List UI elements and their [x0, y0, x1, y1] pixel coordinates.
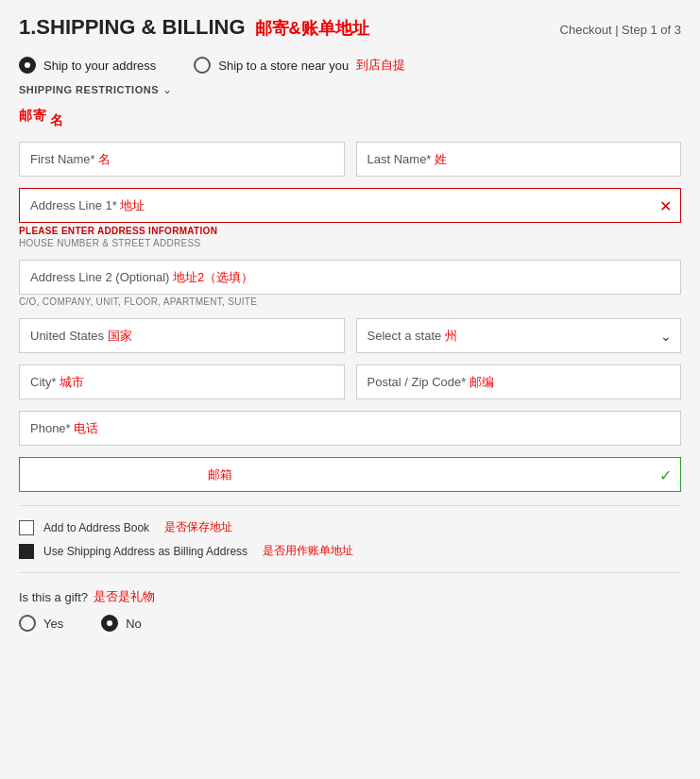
- section-sub-cn: 名: [50, 112, 63, 129]
- address-book-checkbox[interactable]: [19, 520, 34, 535]
- last-name-input[interactable]: [356, 142, 682, 177]
- name-row: First Name* 名 Last Name* 姓: [19, 142, 681, 177]
- zip-input[interactable]: [356, 364, 682, 399]
- yes-no-row: Yes No: [19, 615, 681, 632]
- phone-field: Phone* 电话: [19, 411, 681, 446]
- ship-to-store-radio[interactable]: [194, 57, 211, 74]
- email-field: 邮箱 ✓: [19, 457, 681, 492]
- ship-to-store-option[interactable]: Ship to a store near you 到店自提: [194, 57, 405, 74]
- billing-address-label-en: Use Shipping Address as Billing Address: [43, 545, 248, 558]
- first-name-input[interactable]: [19, 142, 345, 177]
- divider1: [19, 505, 681, 506]
- address2-field: Address Line 2 (Optional) 地址2（选填） C/O, C…: [19, 260, 681, 307]
- state-field: Select a state 州 ⌄: [356, 318, 682, 353]
- shipping-restrictions-label: SHIPPING RESTRICTIONS: [19, 84, 159, 95]
- ship-to-address-radio[interactable]: [19, 57, 36, 74]
- address1-input[interactable]: [19, 188, 681, 223]
- gift-label-cn: 是否是礼物: [94, 588, 155, 605]
- address2-helper: C/O, COMPANY, UNIT, FLOOR, APARTMENT, SU…: [19, 296, 681, 307]
- phone-input[interactable]: [19, 411, 681, 446]
- email-input[interactable]: [19, 457, 681, 492]
- no-label: No: [126, 617, 142, 631]
- no-option[interactable]: No: [101, 615, 142, 632]
- yes-radio[interactable]: [19, 615, 36, 632]
- email-check-icon: ✓: [659, 466, 672, 483]
- address-book-row: Add to Address Book 是否保存地址: [19, 519, 681, 535]
- country-input[interactable]: [19, 318, 345, 353]
- title-group: 1.SHIPPING & BILLING 邮寄&账单地址: [19, 15, 369, 40]
- page-header: 1.SHIPPING & BILLING 邮寄&账单地址 Checkout | …: [19, 15, 681, 40]
- country-field: United States 国家: [19, 318, 345, 353]
- divider2: [19, 572, 681, 573]
- gift-label-en: Is this a gift?: [19, 590, 88, 604]
- first-name-field: First Name* 名: [19, 142, 345, 177]
- chevron-down-icon: ⌄: [162, 83, 172, 96]
- address1-row: Address Line 1* 地址 ✕ PLEASE ENTER ADDRES…: [19, 188, 681, 248]
- address1-field: Address Line 1* 地址 ✕ PLEASE ENTER ADDRES…: [19, 188, 681, 248]
- shipping-options: Ship to your address Ship to a store nea…: [19, 57, 681, 74]
- checkout-step: Checkout | Step 1 of 3: [560, 23, 681, 37]
- city-field: City* 城市: [19, 364, 345, 399]
- address2-input[interactable]: [19, 260, 681, 295]
- state-input[interactable]: [356, 318, 682, 353]
- address2-row: Address Line 2 (Optional) 地址2（选填） C/O, C…: [19, 260, 681, 307]
- address1-clear-icon[interactable]: ✕: [659, 196, 672, 214]
- no-radio[interactable]: [101, 615, 118, 632]
- address1-error1: PLEASE ENTER ADDRESS INFORMATION: [19, 226, 681, 236]
- ship-to-store-label-cn: 到店自提: [356, 57, 405, 74]
- address-book-label-en: Add to Address Book: [43, 521, 149, 534]
- address1-error2: HOUSE NUMBER & STREET ADDRESS: [19, 238, 681, 248]
- ship-to-address-option[interactable]: Ship to your address: [19, 57, 156, 74]
- city-zip-row: City* 城市 Postal / Zip Code* 邮编: [19, 364, 681, 399]
- billing-address-checkbox[interactable]: [19, 544, 34, 559]
- shipping-restrictions-toggle[interactable]: SHIPPING RESTRICTIONS ⌄: [19, 83, 681, 96]
- page-title-en: 1.SHIPPING & BILLING: [19, 15, 246, 40]
- yes-label: Yes: [43, 617, 63, 631]
- section-label-cn: 邮寄: [19, 108, 46, 125]
- yes-option[interactable]: Yes: [19, 615, 63, 632]
- phone-row: Phone* 电话: [19, 411, 681, 446]
- billing-address-row: Use Shipping Address as Billing Address …: [19, 543, 681, 559]
- email-row: 邮箱 ✓: [19, 457, 681, 492]
- ship-to-address-label: Ship to your address: [43, 59, 156, 73]
- gift-section: Is this a gift? 是否是礼物 Yes No: [19, 588, 681, 632]
- billing-address-label-cn: 是否用作账单地址: [263, 543, 353, 559]
- address-book-label-cn: 是否保存地址: [164, 519, 232, 535]
- zip-field: Postal / Zip Code* 邮编: [356, 364, 682, 399]
- page-title-cn: 邮寄&账单地址: [255, 17, 369, 40]
- city-input[interactable]: [19, 364, 345, 399]
- ship-to-store-label-en: Ship to a store near you: [218, 59, 349, 73]
- country-state-row: United States 国家 Select a state 州 ⌄: [19, 318, 681, 353]
- last-name-field: Last Name* 姓: [356, 142, 682, 177]
- gift-question: Is this a gift? 是否是礼物: [19, 588, 681, 605]
